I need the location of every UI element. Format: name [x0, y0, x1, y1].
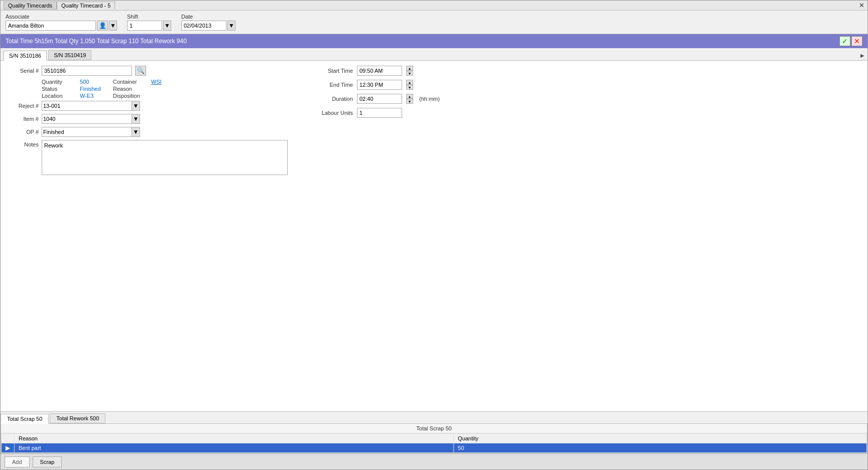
duration-up-button[interactable]: ▲ [406, 94, 413, 99]
start-time-up-button[interactable]: ▲ [406, 66, 413, 71]
associate-search-button[interactable]: 👤 [97, 21, 108, 31]
left-section: Serial # 🔍 Quantity 500 Container WSI St… [9, 66, 288, 178]
date-label: Date [181, 14, 235, 20]
associate-label: Associate [6, 14, 117, 20]
chevron-down-icon: ▼ [228, 22, 234, 29]
tab-bar: S/N 3510186 S/N 3510419 ▶ [1, 48, 867, 61]
bottom-tabs: Total Scrap 50 Total Rework 500 [1, 411, 867, 423]
shift-field-group: Shift ▼ [127, 14, 171, 31]
footer: Add Scrap [1, 453, 867, 469]
chevron-down-icon: ▼ [133, 128, 139, 135]
disposition-info-label: Disposition [113, 93, 148, 99]
location-info-value: W-E3 [80, 93, 110, 99]
item-input[interactable] [42, 114, 132, 124]
reject-input[interactable] [42, 101, 132, 111]
duration-spinner: ▲ ▼ [406, 94, 413, 104]
serial-row: Serial # 🔍 [9, 66, 288, 76]
shift-label: Shift [127, 14, 171, 20]
item-dropdown-button[interactable]: ▼ [132, 114, 140, 124]
scrap-table-header: Total Scrap 50 [1, 424, 867, 433]
scrap-button[interactable]: Scrap [33, 456, 62, 467]
date-dropdown-button[interactable]: ▼ [227, 21, 235, 31]
serial-info-grid: Quantity 500 Container WSI Status Finish… [42, 79, 288, 99]
bottom-section: Total Scrap 50 Total Rework 500 Total Sc… [1, 411, 867, 453]
start-time-row: Start Time ▲ ▼ [308, 66, 458, 76]
end-time-input[interactable] [357, 80, 402, 90]
status-info-label: Status [42, 86, 77, 92]
chevron-down-icon: ▼ [133, 115, 139, 122]
item-label: Item # [9, 116, 39, 122]
reject-dropdown-button[interactable]: ▼ [132, 101, 140, 111]
col-quantity: Quantity [454, 434, 867, 443]
disposition-info-value [151, 93, 181, 99]
col-arrow [2, 434, 15, 443]
reason-cell: Bent part [15, 443, 454, 453]
op-dropdown-button[interactable]: ▼ [132, 127, 140, 137]
op-select-container: ▼ [42, 127, 140, 137]
serial-search-button[interactable]: 🔍 [135, 66, 146, 76]
tab-sn-3510186[interactable]: S/N 3510186 [4, 51, 47, 61]
labour-row: Labour Units [308, 108, 458, 118]
notes-textarea[interactable]: Rework [42, 140, 288, 175]
chevron-down-icon: ▼ [133, 102, 139, 109]
labour-input[interactable] [357, 108, 402, 118]
container-info-label: Container [113, 79, 148, 85]
quantity-info-label: Quantity [42, 79, 77, 85]
shift-dropdown-button[interactable]: ▼ [163, 21, 171, 31]
end-time-up-button[interactable]: ▲ [406, 80, 413, 85]
tab-sn-3510419[interactable]: S/N 3510419 [48, 50, 91, 60]
end-time-row: End Time ▲ ▼ [308, 80, 458, 90]
start-time-input[interactable] [357, 66, 402, 76]
title-tab-quality-timecard-5[interactable]: Quality Timecard - 5 [57, 2, 115, 10]
op-row: OP # ▼ [9, 127, 288, 137]
col-reason: Reason [15, 434, 454, 443]
chevron-down-icon: ▼ [110, 22, 116, 29]
add-button[interactable]: Add [5, 456, 30, 467]
serial-label: Serial # [9, 68, 39, 74]
search-icon: 🔍 [137, 67, 145, 74]
right-section: Start Time ▲ ▼ End Time ▲ ▼ [308, 66, 458, 178]
date-field-group: Date ▼ [181, 14, 235, 31]
shift-input[interactable] [127, 21, 162, 31]
location-info-label: Location [42, 93, 77, 99]
table-row[interactable]: ▶ Bent part 50 [2, 443, 867, 453]
serial-section: Serial # 🔍 Quantity 500 Container WSI St… [9, 66, 859, 178]
end-time-label: End Time [308, 82, 353, 88]
main-content: Serial # 🔍 Quantity 500 Container WSI St… [1, 61, 867, 411]
tab-total-scrap[interactable]: Total Scrap 50 [1, 414, 49, 424]
tab-total-rework[interactable]: Total Rework 500 [50, 413, 105, 423]
start-time-spinner: ▲ ▼ [406, 66, 413, 76]
duration-down-button[interactable]: ▼ [406, 99, 413, 104]
quantity-info-value: 500 [80, 79, 110, 85]
summary-bar: Total Time 5h15m Total Qty 1,050 Total S… [1, 34, 867, 48]
duration-input[interactable] [357, 94, 402, 104]
associate-input[interactable] [6, 21, 96, 31]
reject-row: Reject # ▼ [9, 101, 288, 111]
date-input[interactable] [181, 21, 226, 31]
start-time-label: Start Time [308, 68, 353, 74]
cancel-button[interactable]: ✕ [851, 36, 862, 46]
close-button[interactable]: ✕ [859, 2, 864, 9]
op-label: OP # [9, 129, 39, 135]
start-time-down-button[interactable]: ▼ [406, 71, 413, 76]
header-area: Associate 👤 ▼ Shift ▼ Date [1, 11, 867, 34]
reason-info-label: Reason [113, 86, 148, 92]
chevron-down-icon: ▼ [164, 22, 170, 29]
reason-info-value [151, 86, 181, 92]
summary-text: Total Time 5h15m Total Qty 1,050 Total S… [6, 38, 187, 45]
container-info-value[interactable]: WSI [151, 79, 181, 85]
main-window: Quality Timecards Quality Timecard - 5 ✕… [0, 0, 868, 470]
title-tab-quality-timecards[interactable]: Quality Timecards [4, 2, 57, 10]
reject-label: Reject # [9, 103, 39, 109]
row-arrow-cell: ▶ [2, 443, 15, 453]
search-icon: 👤 [99, 22, 106, 29]
serial-input[interactable] [42, 66, 132, 76]
end-time-down-button[interactable]: ▼ [406, 85, 413, 90]
save-button[interactable]: ✓ [839, 36, 850, 46]
op-input[interactable] [42, 127, 132, 137]
tab-scroll-arrow[interactable]: ▶ [860, 53, 867, 58]
duration-unit-label: (hh:mm) [419, 96, 440, 102]
labour-label: Labour Units [308, 110, 353, 116]
associate-dropdown-button[interactable]: ▼ [109, 21, 117, 31]
scrap-table: Reason Quantity ▶ Bent part 50 [1, 433, 867, 453]
